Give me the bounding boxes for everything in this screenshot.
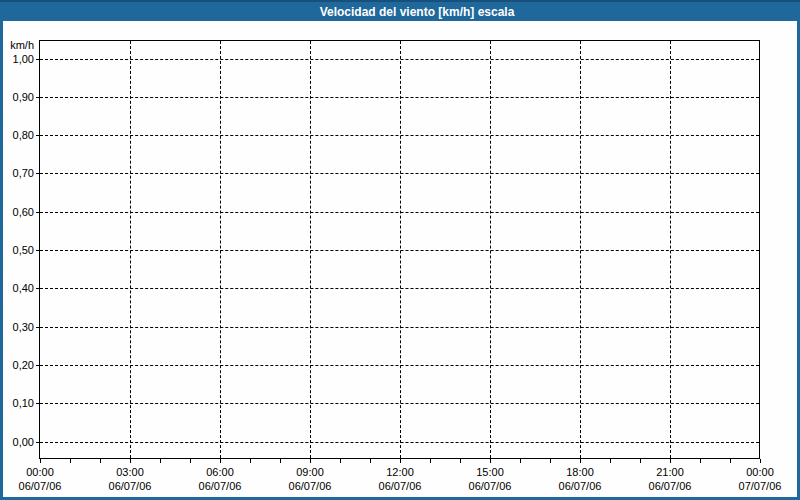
x-tick-time-label: 06:00: [178, 466, 262, 479]
x-tick: [520, 459, 521, 463]
y-tick-label: 1,00: [0, 52, 34, 66]
y-axis-unit-label: km/h: [0, 38, 34, 52]
y-tick: [36, 212, 39, 213]
y-tick: [36, 327, 39, 328]
x-tick-date-label: 06/07/06: [628, 480, 712, 493]
y-tick-label: 0,60: [0, 205, 34, 219]
x-tick: [460, 459, 461, 463]
x-tick: [250, 459, 251, 463]
y-tick-label: 0,10: [0, 396, 34, 410]
y-tick: [36, 135, 39, 136]
y-tick-label: 0,20: [0, 358, 34, 372]
x-tick-time-label: 21:00: [628, 466, 712, 479]
x-tick-date-label: 06/07/06: [268, 480, 352, 493]
chart-window: Velocidad del viento [km/h] escala km/h …: [0, 0, 800, 500]
x-gridline: [130, 41, 131, 458]
y-tick: [36, 365, 39, 366]
x-tick: [100, 459, 101, 463]
x-tick: [310, 459, 311, 463]
x-tick: [40, 459, 41, 463]
x-tick: [610, 459, 611, 463]
x-tick: [490, 459, 491, 463]
x-tick: [550, 459, 551, 463]
x-gridline: [310, 41, 311, 458]
chart-title: Velocidad del viento [km/h] escala: [320, 5, 515, 19]
x-tick-time-label: 12:00: [358, 466, 442, 479]
y-tick: [36, 288, 39, 289]
y-tick-label: 0,40: [0, 281, 34, 295]
x-tick-time-label: 00:00: [718, 466, 800, 479]
x-tick-date-label: 06/07/06: [178, 480, 262, 493]
x-tick-date-label: 06/07/06: [538, 480, 622, 493]
x-tick: [130, 459, 131, 463]
x-tick: [580, 459, 581, 463]
x-tick: [340, 459, 341, 463]
y-tick: [36, 59, 39, 60]
x-tick-time-label: 09:00: [268, 466, 352, 479]
y-tick-label: 0,30: [0, 320, 34, 334]
x-tick: [430, 459, 431, 463]
x-tick-time-label: 03:00: [88, 466, 172, 479]
y-tick: [36, 173, 39, 174]
x-tick-date-label: 07/07/06: [718, 480, 800, 493]
x-tick-time-label: 00:00: [0, 466, 82, 479]
x-tick-date-label: 06/07/06: [448, 480, 532, 493]
y-tick-label: 0,90: [0, 90, 34, 104]
x-tick: [280, 459, 281, 463]
x-tick: [370, 459, 371, 463]
y-tick-label: 0,80: [0, 128, 34, 142]
x-tick: [700, 459, 701, 463]
x-tick: [400, 459, 401, 463]
x-tick-time-label: 15:00: [448, 466, 532, 479]
y-tick: [36, 442, 39, 443]
x-tick: [70, 459, 71, 463]
x-tick: [190, 459, 191, 463]
x-tick: [640, 459, 641, 463]
x-tick: [670, 459, 671, 463]
x-tick: [730, 459, 731, 463]
x-gridline: [490, 41, 491, 458]
x-gridline: [670, 41, 671, 458]
chart-titlebar: Velocidad del viento [km/h] escala: [0, 0, 800, 21]
x-gridline: [580, 41, 581, 458]
x-gridline: [400, 41, 401, 458]
x-tick: [760, 459, 761, 463]
y-tick-label: 0,50: [0, 243, 34, 257]
x-tick-date-label: 06/07/06: [88, 480, 172, 493]
x-tick-date-label: 06/07/06: [0, 480, 82, 493]
y-tick: [36, 97, 39, 98]
y-tick: [36, 403, 39, 404]
x-gridline: [220, 41, 221, 458]
x-tick-time-label: 18:00: [538, 466, 622, 479]
y-tick-label: 0,70: [0, 166, 34, 180]
y-tick: [36, 250, 39, 251]
x-tick: [220, 459, 221, 463]
x-tick-date-label: 06/07/06: [358, 480, 442, 493]
y-tick-label: 0,00: [0, 435, 34, 449]
x-tick: [160, 459, 161, 463]
